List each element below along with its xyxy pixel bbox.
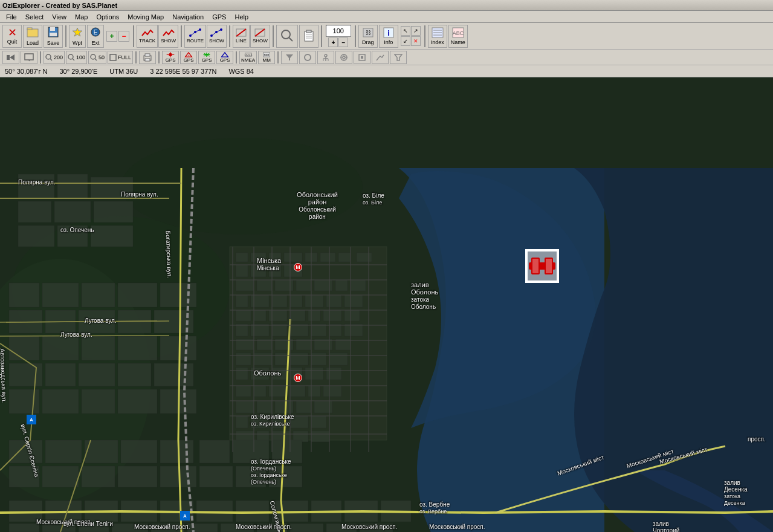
name-button[interactable]: ABC Name: [448, 25, 468, 48]
nav-sw-button[interactable]: ↙: [401, 36, 410, 46]
cursor-widget: [525, 249, 559, 283]
sep7: [355, 25, 356, 47]
track-show-label: SHOW: [161, 38, 176, 44]
tb2-back-button[interactable]: [2, 51, 19, 64]
track-button[interactable]: TRACK: [137, 25, 158, 48]
load-button[interactable]: Load: [23, 25, 42, 48]
svg-rect-52: [145, 59, 150, 61]
menu-view[interactable]: View: [48, 12, 70, 22]
line-button[interactable]: LINE: [233, 25, 250, 48]
svg-rect-158: [296, 401, 311, 413]
nav-arrows: ↖ ↗ ↙ ✕: [399, 25, 422, 47]
svg-rect-155: [236, 401, 254, 413]
clipboard-button[interactable]: [299, 25, 319, 48]
menu-help[interactable]: Help: [231, 12, 252, 22]
zoom-minus-button[interactable]: −: [338, 37, 348, 47]
save-button[interactable]: Save: [44, 25, 63, 48]
info-button[interactable]: i Info: [379, 25, 398, 48]
svg-rect-152: [290, 386, 305, 397]
print-button[interactable]: [139, 51, 156, 64]
zoom200-button[interactable]: 200: [44, 51, 65, 64]
menu-map[interactable]: Map: [71, 12, 91, 22]
save-label: Save: [47, 40, 60, 46]
svg-rect-267: [546, 259, 552, 273]
anchor-button[interactable]: [317, 51, 334, 64]
menu-gps[interactable]: GPS: [209, 12, 230, 22]
menu-file[interactable]: File: [2, 12, 21, 22]
tb2-screen-button[interactable]: [21, 51, 37, 64]
gps3-button[interactable]: GPS: [198, 51, 215, 64]
route-show-button[interactable]: SHOW: [207, 25, 227, 48]
gps4-button[interactable]: GPS: [216, 51, 233, 64]
svg-text:E: E: [94, 29, 98, 36]
svg-rect-148: [326, 368, 341, 380]
svg-rect-210: [42, 466, 79, 487]
line-group: LINE SHOW: [233, 25, 270, 48]
track-show-button[interactable]: SHOW: [158, 25, 178, 48]
svg-rect-97: [338, 253, 351, 262]
name-label: Name: [451, 39, 465, 45]
wpt-remove-button[interactable]: −: [118, 31, 129, 42]
coord-lat: 50° 30,087'г N: [5, 68, 47, 75]
svg-rect-194: [9, 363, 42, 386]
svg-rect-130: [344, 324, 363, 336]
svg-rect-149: [236, 386, 251, 397]
mm-button[interactable]: MM MM: [258, 51, 275, 64]
circle-button[interactable]: [299, 51, 316, 64]
zoom-plus-button[interactable]: +: [328, 37, 338, 47]
svg-rect-0: [27, 29, 38, 37]
nav-ne-button[interactable]: ↗: [411, 26, 421, 36]
svg-rect-201: [82, 389, 115, 414]
index-button[interactable]: Index: [428, 25, 447, 48]
filter-button[interactable]: [281, 51, 298, 64]
gps2-button[interactable]: + GPS: [180, 51, 197, 64]
wpt-add-button[interactable]: +: [106, 31, 117, 42]
gps1-button[interactable]: GPS: [162, 51, 179, 64]
svg-rect-101: [269, 265, 281, 277]
wpt-icon: [72, 27, 83, 39]
svg-rect-150: [254, 386, 266, 397]
line-show-button[interactable]: SHOW: [250, 25, 270, 48]
box-button[interactable]: [354, 51, 370, 64]
zoomfull-button[interactable]: FULL: [108, 51, 133, 64]
ext-button[interactable]: E Ext: [87, 25, 104, 48]
svg-rect-163: [290, 416, 308, 428]
svg-marker-5: [73, 28, 82, 36]
wpt-button[interactable]: Wpt: [69, 25, 86, 48]
load-icon: [27, 27, 39, 39]
svg-rect-235: [151, 524, 184, 532]
drag-button[interactable]: ⛓ Drag: [358, 25, 378, 48]
route-button[interactable]: ROUTE: [184, 25, 206, 48]
sep-tb2-3: [158, 51, 160, 63]
svg-rect-123: [344, 310, 360, 321]
svg-rect-189: [9, 336, 39, 360]
line-show-icon: [254, 28, 265, 38]
nav-se-button[interactable]: ✕: [411, 36, 421, 46]
quit-button[interactable]: ✕ Quit: [2, 25, 22, 48]
funnel-button[interactable]: [390, 51, 407, 64]
svg-rect-182: [118, 283, 157, 307]
svg-line-12: [195, 30, 200, 32]
zoom50-button[interactable]: 50: [88, 51, 106, 64]
menu-options[interactable]: Options: [92, 12, 123, 22]
nav-nw-button[interactable]: ↖: [401, 26, 410, 36]
menu-select[interactable]: Select: [22, 12, 48, 22]
nmea-button[interactable]: NMEA NMEA: [239, 51, 257, 64]
zoom-input[interactable]: [326, 25, 351, 37]
svg-rect-179: [9, 283, 39, 307]
svg-rect-196: [79, 363, 115, 386]
menu-navigation[interactable]: Navigation: [169, 12, 207, 22]
map-area[interactable]: Полярна вул. Полярна вул. Оболонськийрай…: [0, 77, 773, 532]
zoom100-button[interactable]: 100: [66, 51, 87, 64]
metro-obolon: М: [294, 374, 302, 382]
chart-button[interactable]: [372, 51, 389, 64]
svg-rect-197: [118, 363, 151, 386]
svg-point-47: [91, 54, 95, 59]
title-bar: OziExplorer - Created by SAS.Planet: [0, 0, 773, 11]
svg-line-46: [73, 59, 74, 60]
target-button[interactable]: [335, 51, 352, 64]
search-button[interactable]: [276, 25, 298, 48]
menu-movingmap[interactable]: Moving Map: [124, 12, 167, 22]
svg-rect-191: [82, 336, 115, 360]
sep-tb2-1: [40, 51, 41, 63]
